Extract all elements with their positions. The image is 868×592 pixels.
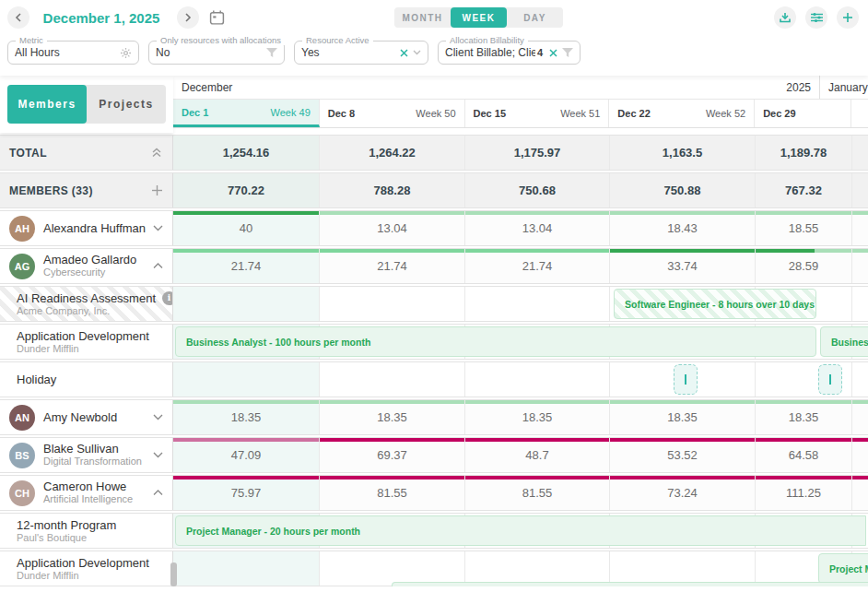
week-column-dec1[interactable]: Dec 1Week 49 — [173, 100, 320, 127]
allocation-cell[interactable] — [320, 362, 465, 397]
hours-cell[interactable]: 33.74 — [610, 249, 756, 283]
member-cameron-howe[interactable]: CH Cameron Howe Artificial Intelligence — [0, 476, 173, 510]
chevron-down-icon[interactable] — [153, 414, 163, 420]
prev-period-button[interactable] — [7, 6, 29, 29]
hours-cell[interactable]: 21.74 — [465, 249, 610, 283]
tab-month[interactable]: MONTH — [394, 7, 451, 28]
add-member-icon[interactable] — [151, 184, 163, 196]
resource-active-filter-value: Yes — [301, 46, 395, 59]
week-column-dec29[interactable]: Dec 29 — [755, 100, 851, 127]
vertical-scrollbar[interactable] — [170, 562, 177, 586]
project-application-development[interactable]: Application Development Dunder Mifflin — [0, 325, 173, 359]
hours-cell[interactable]: 64.58 — [756, 438, 852, 472]
clear-filter-icon[interactable] — [549, 49, 557, 57]
allocation-bar[interactable]: Software Engineer - 8 hours over 10 days — [614, 289, 816, 319]
hours-cell[interactable]: 13.04 — [320, 211, 465, 245]
year-label: 2025 — [786, 81, 811, 94]
hours-cell[interactable]: 18.35 — [320, 400, 465, 434]
hours-cell[interactable]: 81.55 — [465, 476, 610, 510]
tab-week[interactable]: WEEK — [451, 7, 507, 28]
hours-cell[interactable]: 81.55 — [320, 476, 465, 510]
hours-cell[interactable]: 18.35 — [173, 400, 320, 434]
allocation-cell[interactable] — [465, 287, 610, 321]
allocation-bar[interactable]: Business Analyst - 100 hours per month — [820, 326, 868, 357]
members-cell — [852, 173, 868, 207]
project-12-month-program[interactable]: 12-month Program Paul's Boutique — [0, 514, 173, 548]
metric-filter[interactable]: Metric All Hours — [7, 41, 139, 65]
project-holiday[interactable]: Holiday — [0, 362, 173, 397]
info-icon[interactable]: i — [162, 291, 173, 305]
week-column-dec22[interactable]: Dec 22Week 52 — [609, 100, 755, 127]
add-button[interactable] — [837, 6, 859, 29]
funnel-icon[interactable] — [266, 48, 277, 58]
members-cell: 750.68 — [465, 173, 610, 207]
member-blake-sullivan[interactable]: BS Blake Sullivan Digital Transformation — [0, 438, 173, 472]
export-button[interactable] — [774, 6, 796, 29]
hours-cell[interactable]: 53.52 — [610, 438, 756, 472]
avatar: AH — [9, 216, 35, 242]
hours-cell[interactable]: 21.74 — [173, 249, 320, 283]
chevron-up-icon[interactable] — [153, 490, 163, 496]
allocation-cell — [852, 287, 868, 321]
hours-cell[interactable]: 75.97 — [173, 476, 320, 510]
project-application-development[interactable]: Application Development Dunder Mifflin — [0, 551, 173, 586]
next-period-button[interactable] — [177, 6, 199, 29]
chevron-up-icon[interactable] — [153, 263, 163, 269]
allocation-cell[interactable] — [610, 551, 756, 586]
table-row-member: BS Blake Sullivan Digital Transformation… — [0, 437, 868, 473]
allocation-cell[interactable] — [465, 362, 610, 397]
gear-icon[interactable] — [120, 47, 132, 59]
allocation-cell[interactable] — [173, 362, 320, 397]
calendar-button[interactable] — [205, 6, 229, 30]
hours-cell[interactable]: 47.09 — [173, 438, 320, 472]
hours-cell[interactable]: 40 — [173, 211, 320, 245]
hours-cell[interactable]: 28.59 — [756, 249, 852, 283]
hours-cell[interactable]: 111.25 — [756, 476, 852, 510]
allocations-only-filter[interactable]: Only resources with allocations No — [148, 41, 285, 65]
allocation-bar[interactable]: Project Manager - 20 hours per month — [175, 515, 866, 546]
holiday-marker[interactable] — [818, 364, 842, 395]
allocation-cell[interactable] — [320, 287, 465, 321]
funnel-icon[interactable] — [562, 48, 573, 58]
month-january: January — [820, 76, 868, 99]
hours-cell[interactable]: 18.35 — [610, 400, 756, 434]
project-ai-readiness-assessment[interactable]: AI Readiness Assessment i Acme Company, … — [0, 287, 173, 321]
table-row-member: AH Alexandra Huffman 40 13.04 13.04 18.4… — [0, 210, 868, 246]
week-column-dec8[interactable]: Dec 8Week 50 — [320, 100, 465, 127]
hours-cell[interactable]: 18.35 — [756, 400, 852, 434]
table-row-member: CH Cameron Howe Artificial Intelligence … — [0, 475, 868, 511]
hours-cell[interactable]: 21.74 — [320, 249, 465, 283]
hours-cell[interactable]: 18.55 — [756, 211, 852, 245]
display-settings-button[interactable] — [805, 6, 827, 29]
month-header-row: December2025 January — [173, 76, 868, 100]
hours-cell[interactable]: 73.24 — [610, 476, 756, 510]
allocation-cell[interactable] — [173, 551, 320, 586]
holiday-marker[interactable] — [674, 364, 698, 395]
hours-cell[interactable]: 69.37 — [320, 438, 465, 472]
tab-projects[interactable]: Projects — [87, 85, 166, 124]
member-amadeo-gallardo[interactable]: AG Amadeo Gallardo Cybersecurity — [0, 249, 173, 283]
chevron-down-icon[interactable] — [413, 50, 421, 55]
chevron-down-icon[interactable] — [153, 225, 163, 231]
allocation-bar[interactable]: Business Analyst - 100 hours per month — [175, 326, 816, 357]
member-amy-newbold[interactable]: AN Amy Newbold — [0, 400, 173, 434]
member-alexandra-huffman[interactable]: AH Alexandra Huffman — [0, 211, 173, 245]
hours-cell[interactable]: 18.35 — [465, 400, 610, 434]
billability-filter[interactable]: Allocation Billability Client Billable; … — [438, 41, 581, 65]
hours-cell[interactable]: 18.43 — [610, 211, 756, 245]
clear-filter-icon[interactable] — [400, 49, 408, 57]
tab-day[interactable]: DAY — [507, 7, 563, 28]
hours-cell[interactable]: 13.04 — [465, 211, 610, 245]
tab-members[interactable]: Members — [7, 85, 87, 124]
allocation-cell[interactable] — [320, 551, 465, 586]
allocation-cell[interactable] — [173, 287, 320, 321]
hours-cell[interactable]: 48.7 — [465, 438, 610, 472]
collapse-all-icon[interactable] — [150, 147, 163, 159]
resource-active-filter[interactable]: Resource Active Yes — [294, 41, 428, 65]
week-column-dec15[interactable]: Dec 15Week 51 — [465, 100, 610, 127]
allocation-bar[interactable]: Project Manager - 20 hours per month — [818, 553, 868, 584]
metric-filter-value: All Hours — [15, 46, 115, 59]
allocation-cell[interactable] — [465, 551, 610, 586]
current-date[interactable]: December 1, 2025 — [42, 10, 160, 26]
chevron-down-icon[interactable] — [153, 452, 163, 458]
